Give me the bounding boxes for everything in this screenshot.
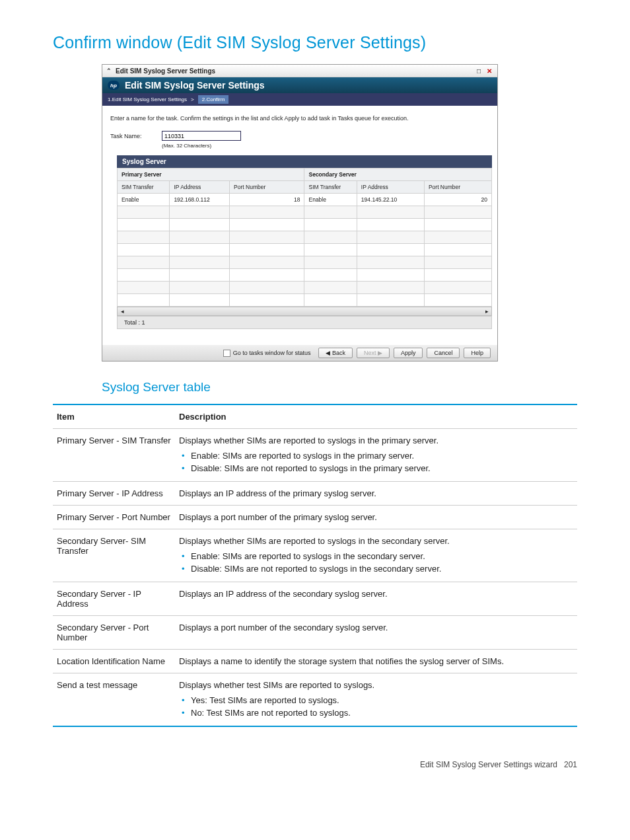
hp-logo-icon: hp bbox=[108, 81, 120, 90]
go-to-tasks-label: Go to tasks window for status bbox=[233, 350, 311, 356]
list-item: Disable: SIMs are not reported to syslog… bbox=[191, 562, 573, 575]
desc-item: Location Identification Name bbox=[53, 650, 175, 673]
breadcrumb-step2: 2.Confirm bbox=[198, 95, 229, 104]
cell-sec-port: 20 bbox=[424, 194, 491, 206]
table-row: Primary Server - SIM TransferDisplays wh… bbox=[53, 429, 577, 482]
footer-page-number: 201 bbox=[564, 760, 577, 769]
col-ip-address: IP Address bbox=[357, 181, 424, 194]
desc-text: Displays whether test SIMs are reported … bbox=[175, 673, 577, 727]
page-footer: Edit SIM Syslog Server Settings wizard 2… bbox=[53, 760, 577, 769]
apply-button[interactable]: Apply bbox=[394, 348, 423, 358]
desc-item: Send a test message bbox=[53, 673, 175, 727]
table-row bbox=[118, 244, 492, 256]
cell-pri-ip: 192.168.0.112 bbox=[170, 194, 230, 206]
go-to-tasks-checkbox[interactable] bbox=[223, 350, 230, 357]
col-item: Item bbox=[53, 404, 175, 429]
task-name-hint: (Max. 32 Characters) bbox=[162, 143, 489, 149]
footer-text: Edit SIM Syslog Server Settings wizard bbox=[420, 760, 557, 769]
cancel-button[interactable]: Cancel bbox=[427, 348, 460, 358]
col-port-number: Port Number bbox=[230, 181, 304, 194]
desc-text: Displays a name to identify the storage … bbox=[175, 650, 577, 673]
desc-item: Primary Server - Port Number bbox=[53, 506, 175, 529]
desc-item: Primary Server - IP Address bbox=[53, 482, 175, 506]
list-item: Disable: SIMs are not reported to syslog… bbox=[191, 462, 573, 475]
col-description: Description bbox=[175, 404, 577, 429]
list-item: Yes: Test SIMs are reported to syslogs. bbox=[191, 694, 573, 706]
description-table: Item Description Primary Server - SIM Tr… bbox=[53, 404, 577, 727]
collapse-icon[interactable]: ⌃ bbox=[106, 67, 112, 74]
task-name-label: Task Name: bbox=[110, 133, 155, 139]
table-row bbox=[118, 219, 492, 231]
secondary-server-header: Secondary Server bbox=[304, 169, 492, 181]
dialog-footer: Go to tasks window for status ◀ Back Nex… bbox=[102, 345, 497, 361]
next-button: Next ▶ bbox=[357, 348, 390, 358]
maximize-icon[interactable]: □ bbox=[475, 67, 483, 75]
window-title: Edit SIM Syslog Server Settings bbox=[116, 67, 215, 75]
section-title: Syslog Server table bbox=[102, 380, 577, 395]
table-row: Enable 192.168.0.112 18 Enable 194.145.2… bbox=[118, 194, 492, 206]
desc-text: Displays an IP address of the secondary … bbox=[175, 582, 577, 616]
desc-item: Secondary Server- SIM Transfer bbox=[53, 529, 175, 582]
desc-text: Displays an IP address of the primary sy… bbox=[175, 482, 577, 506]
horizontal-scrollbar[interactable]: ◂ ▸ bbox=[117, 307, 492, 316]
table-row bbox=[118, 206, 492, 219]
dialog-window: ⌃ Edit SIM Syslog Server Settings □ ✕ hp… bbox=[102, 64, 498, 362]
breadcrumb-step1: 1.Edit SIM Syslog Server Settings bbox=[108, 96, 187, 102]
dialog-banner: hp Edit SIM Syslog Server Settings bbox=[102, 77, 497, 93]
desc-item: Primary Server - SIM Transfer bbox=[53, 429, 175, 482]
back-button[interactable]: ◀ Back bbox=[318, 348, 353, 358]
cell-sec-sim: Enable bbox=[304, 194, 357, 206]
table-row: Location Identification NameDisplays a n… bbox=[53, 650, 577, 673]
syslog-server-header: Syslog Server bbox=[117, 155, 492, 168]
cell-pri-sim: Enable bbox=[118, 194, 170, 206]
syslog-server-table: Primary Server Secondary Server SIM Tran… bbox=[117, 168, 492, 307]
list-item: No: Test SIMs are not reported to syslog… bbox=[191, 706, 573, 719]
col-ip-address: IP Address bbox=[170, 181, 230, 194]
breadcrumb-sep: > bbox=[191, 96, 194, 102]
desc-text: Displays a port number of the primary sy… bbox=[175, 506, 577, 529]
table-row: Secondary Server - Port NumberDisplays a… bbox=[53, 616, 577, 650]
table-row bbox=[118, 231, 492, 244]
scroll-right-icon[interactable]: ▸ bbox=[482, 308, 491, 315]
cell-sec-ip: 194.145.22.10 bbox=[357, 194, 424, 206]
task-name-input[interactable] bbox=[162, 131, 241, 141]
instructions-text: Enter a name for the task. Confirm the s… bbox=[110, 115, 489, 122]
table-row bbox=[118, 294, 492, 307]
desc-item: Secondary Server - IP Address bbox=[53, 582, 175, 616]
desc-text: Displays whether SIMs are reported to sy… bbox=[175, 529, 577, 582]
breadcrumb: 1.Edit SIM Syslog Server Settings > 2.Co… bbox=[102, 93, 497, 106]
dialog-banner-title: Edit SIM Syslog Server Settings bbox=[125, 80, 265, 91]
table-row: Primary Server - Port NumberDisplays a p… bbox=[53, 506, 577, 529]
desc-text: Displays whether SIMs are reported to sy… bbox=[175, 429, 577, 482]
list-item: Enable: SIMs are reported to syslogs in … bbox=[191, 550, 573, 562]
col-sim-transfer: SIM Transfer bbox=[118, 181, 170, 194]
total-label: Total : 1 bbox=[117, 316, 492, 329]
table-row: Send a test messageDisplays whether test… bbox=[53, 673, 577, 727]
close-icon[interactable]: ✕ bbox=[485, 67, 493, 75]
table-row bbox=[118, 269, 492, 282]
col-sim-transfer: SIM Transfer bbox=[304, 181, 357, 194]
table-row bbox=[118, 256, 492, 269]
help-button[interactable]: Help bbox=[464, 348, 491, 358]
list-item: Enable: SIMs are reported to syslogs in … bbox=[191, 449, 573, 462]
desc-item: Secondary Server - Port Number bbox=[53, 616, 175, 650]
scroll-left-icon[interactable]: ◂ bbox=[118, 308, 127, 315]
cell-pri-port: 18 bbox=[230, 194, 304, 206]
col-port-number: Port Number bbox=[424, 181, 491, 194]
page-title: Confirm window (Edit SIM Syslog Server S… bbox=[53, 33, 577, 52]
table-row: Primary Server - IP AddressDisplays an I… bbox=[53, 482, 577, 506]
primary-server-header: Primary Server bbox=[118, 169, 304, 181]
table-row: Secondary Server- SIM TransferDisplays w… bbox=[53, 529, 577, 582]
window-titlebar: ⌃ Edit SIM Syslog Server Settings □ ✕ bbox=[102, 65, 497, 77]
desc-text: Displays a port number of the secondary … bbox=[175, 616, 577, 650]
table-row bbox=[118, 282, 492, 294]
table-row: Secondary Server - IP AddressDisplays an… bbox=[53, 582, 577, 616]
